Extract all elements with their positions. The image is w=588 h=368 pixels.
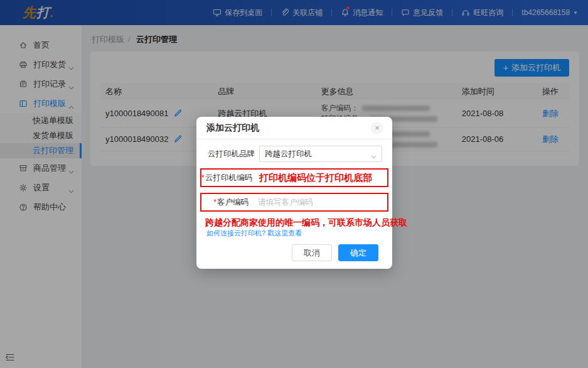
chevron-down-icon — [371, 152, 377, 156]
app-root: 先 打 . 保存到桌面 关联店铺 — [0, 0, 588, 368]
customer-code-field-label: *客户编码 — [201, 197, 253, 208]
dialog-footer: 取消 确定 — [200, 238, 388, 261]
dialog-title: 添加云打印机 — [206, 122, 259, 134]
annotation-note: 跨越分配商家使用的唯一编码，可联系市场人员获取 — [205, 217, 388, 228]
printer-code-field-label: *云打印机编码 — [201, 173, 253, 183]
brand-select-value: 跨越云打印机 — [265, 149, 371, 160]
customer-code-field-row-annotated: *客户编码 — [200, 193, 388, 212]
required-mark: * — [201, 173, 205, 182]
printer-code-field-row-annotated: *云打印机编码 打印机编码位于打印机底部 — [200, 168, 388, 187]
brand-select[interactable]: 跨越云打印机 — [259, 146, 382, 162]
customer-code-input[interactable] — [253, 195, 387, 210]
dialog-header: 添加云打印机 × — [196, 117, 392, 139]
dialog-body: 云打印机品牌 跨越云打印机 *云打印机编码 打印机编码位于打印机底部 *客户编码… — [196, 139, 392, 261]
brand-field-label: 云打印机品牌 — [206, 149, 259, 160]
printer-code-annotation[interactable]: 打印机编码位于打印机底部 — [253, 172, 372, 184]
close-icon[interactable]: × — [371, 122, 383, 134]
help-link[interactable]: 如何连接云打印机? 戳这里查看 — [206, 229, 388, 238]
cancel-button[interactable]: 取消 — [292, 244, 332, 261]
customer-code-label-text: 客户编码 — [217, 198, 249, 207]
brand-field-row: 云打印机品牌 跨越云打印机 — [206, 146, 382, 162]
add-cloud-printer-dialog: 添加云打印机 × 云打印机品牌 跨越云打印机 *云打印机编码 打印机编码位于打印… — [196, 117, 392, 269]
required-mark: * — [213, 198, 216, 207]
printer-code-label-text: 云打印机编码 — [205, 173, 252, 182]
confirm-button[interactable]: 确定 — [338, 244, 378, 261]
